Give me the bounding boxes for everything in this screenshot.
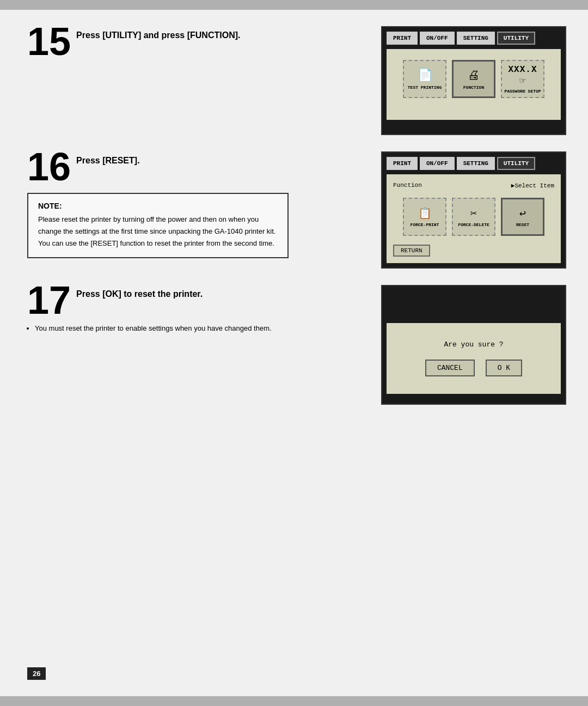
icon-force-print[interactable]: 📋 FORCE-PRINT (403, 198, 446, 236)
test-printing-label: TEST PRINTING (408, 85, 442, 90)
return-button-16[interactable]: RETURN (393, 245, 430, 257)
icon-function-15[interactable]: 🖨 FUNCTION (452, 60, 495, 98)
icon-password-setup[interactable]: XXX.X ☞ PASSWORD SETUP (501, 60, 544, 98)
tab-print-15[interactable]: PRINT (387, 32, 418, 45)
step-16-tabs: PRINT ON/OFF SETTING UTILITY (382, 153, 565, 170)
reset-label: RESET (516, 222, 529, 227)
icon-test-printing[interactable]: 📄 TEST PRINTING (403, 60, 446, 98)
top-bar (0, 0, 588, 10)
step-15-number: 15 (27, 26, 71, 61)
step-15-heading: Press [UTILITY] and press [FUNCTION]. (76, 31, 240, 40)
force-delete-label: FORCE-DELETE (458, 222, 489, 227)
tab-setting-15[interactable]: SETTING (457, 32, 495, 45)
step-16-status-left: Function (393, 182, 422, 189)
password-cursor-icon: ☞ (520, 75, 526, 87)
step-16-screen-body: Function ▶Select Item 📋 FORCE-PRINT ✂ FO… (387, 174, 561, 263)
tab-utility-15[interactable]: UTILITY (497, 32, 535, 45)
step-15-tabs: PRINT ON/OFF SETTING UTILITY (382, 27, 565, 45)
step-17-bullet-1: You must reset the printer to enable set… (35, 323, 365, 334)
page-content: 15 Press [UTILITY] and press [FUNCTION].… (0, 10, 588, 696)
step-16-status-right: ▶Select Item (511, 182, 554, 189)
note-box: NOTE: Please reset the printer by turnin… (27, 193, 289, 258)
step-15-screen-container: PRINT ON/OFF SETTING UTILITY 📄 TEST PRIN… (381, 26, 566, 135)
step-16-status-row: Function ▶Select Item (393, 181, 554, 193)
reset-icon: ↩ (519, 206, 526, 220)
step-16-screen-container: PRINT ON/OFF SETTING UTILITY Function ▶S… (381, 151, 566, 269)
force-print-label: FORCE-PRINT (411, 222, 439, 227)
bottom-bar (0, 696, 588, 706)
force-print-icon: 📋 (418, 206, 432, 220)
password-setup-label: PASSWORD SETUP (504, 89, 541, 94)
test-printing-icon: 📄 (418, 68, 432, 83)
step-16-heading: Press [RESET]. (76, 156, 139, 165)
step-17-screen-top (382, 286, 565, 319)
step-17-screen-container: Are you sure ? CANCEL O K (381, 285, 566, 405)
step-16-section: 16 Press [RESET]. NOTE: Please reset the… (27, 151, 566, 269)
step-17-screen: Are you sure ? CANCEL O K (381, 285, 566, 405)
step-16-return-area: RETURN (393, 240, 554, 257)
icon-reset[interactable]: ↩ RESET (501, 198, 544, 236)
tab-print-16[interactable]: PRINT (387, 157, 418, 170)
step-17-left: 17 Press [OK] to reset the printer. You … (27, 285, 381, 337)
step-16-icons-row: 📋 FORCE-PRINT ✂ FORCE-DELETE ↩ RESET (393, 198, 554, 236)
password-icon: XXX.X (508, 65, 537, 75)
step-15-icons-row: 📄 TEST PRINTING 🖨 FUNCTION XXX.X ☞ P (393, 60, 554, 98)
step-17-number: 17 (27, 285, 71, 320)
step-15-screen: PRINT ON/OFF SETTING UTILITY 📄 TEST PRIN… (381, 26, 566, 135)
note-body: Please reset the printer by turning off … (38, 214, 278, 249)
step-17-section: 17 Press [OK] to reset the printer. You … (27, 285, 566, 405)
tab-setting-16[interactable]: SETTING (457, 157, 495, 170)
function-label: FUNCTION (463, 85, 484, 90)
force-delete-icon: ✂ (470, 206, 477, 220)
step-17-heading: Press [OK] to reset the printer. (76, 289, 203, 299)
cancel-button[interactable]: CANCEL (425, 360, 475, 376)
step-16-number: 16 (27, 151, 71, 186)
step-16-left: 16 Press [RESET]. NOTE: Please reset the… (27, 151, 381, 258)
confirm-question: Are you sure ? (444, 340, 503, 349)
confirm-buttons: CANCEL O K (425, 360, 522, 376)
ok-button[interactable]: O K (486, 360, 522, 376)
step-17-confirm-area: Are you sure ? CANCEL O K (387, 323, 561, 394)
step-16-screen: PRINT ON/OFF SETTING UTILITY Function ▶S… (381, 151, 566, 269)
tab-onoff-15[interactable]: ON/OFF (420, 32, 455, 45)
function-icon: 🖨 (468, 68, 480, 83)
icon-force-delete[interactable]: ✂ FORCE-DELETE (452, 198, 495, 236)
step-15-section: 15 Press [UTILITY] and press [FUNCTION].… (27, 26, 566, 135)
page-number: 26 (27, 667, 46, 680)
step-15-left: 15 Press [UTILITY] and press [FUNCTION]. (27, 26, 381, 61)
tab-onoff-16[interactable]: ON/OFF (420, 157, 455, 170)
step-17-bullets: You must reset the printer to enable set… (27, 323, 365, 334)
note-title: NOTE: (38, 202, 278, 210)
step-15-screen-body: 📄 TEST PRINTING 🖨 FUNCTION XXX.X ☞ P (387, 49, 561, 120)
tab-utility-16[interactable]: UTILITY (497, 157, 535, 170)
